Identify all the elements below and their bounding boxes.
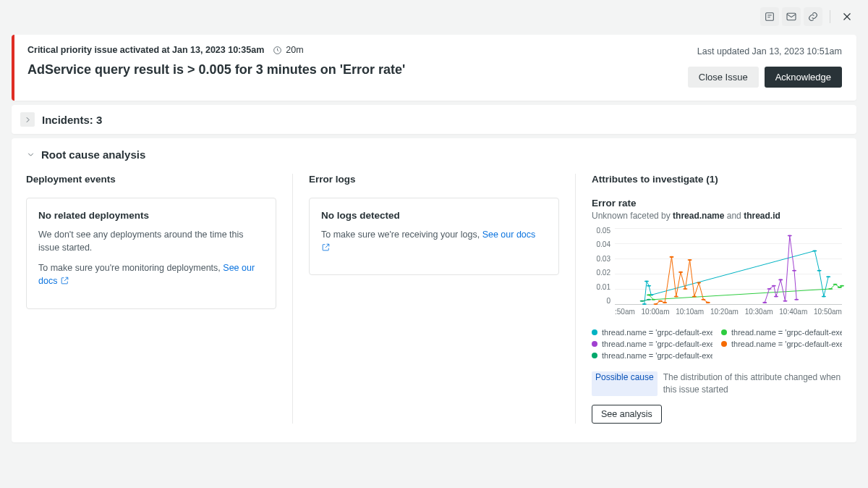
- legend-item[interactable]: thread.name = 'grpc-default-exe…: [721, 328, 842, 337]
- svg-point-11: [647, 294, 651, 295]
- svg-point-9: [822, 295, 826, 297]
- attributes-col: Attributes to investigate (1) Error rate…: [576, 174, 842, 424]
- svg-point-16: [840, 285, 844, 287]
- svg-point-34: [692, 295, 697, 297]
- legend-item[interactable]: thread.name = 'grpc-default-exe…: [592, 328, 712, 337]
- issue-header: Critical priority issue activated at Jan…: [12, 35, 856, 101]
- close-issue-button[interactable]: Close Issue: [688, 67, 759, 88]
- severity-bar: [12, 35, 14, 101]
- svg-point-7: [812, 250, 817, 251]
- svg-point-25: [794, 299, 799, 300]
- svg-point-3: [642, 303, 647, 305]
- svg-point-5: [647, 285, 651, 287]
- possible-cause-chip: Possible cause: [592, 371, 658, 396]
- issue-title: AdService query result is > 0.005 for 3 …: [27, 62, 688, 77]
- error-logs-col: Error logs No logs detected To make sure…: [293, 174, 576, 424]
- no-logs-help: To make sure we're receiving your logs, …: [321, 228, 547, 254]
- svg-point-28: [663, 302, 667, 303]
- toolbar-separator: [830, 10, 830, 23]
- chart-legend: thread.name = 'grpc-default-exe…thread.n…: [592, 328, 842, 360]
- svg-point-33: [687, 259, 692, 261]
- deployment-events-card: No related deployments We don't see any …: [26, 198, 276, 309]
- incidents-section[interactable]: Incidents: 3: [12, 105, 856, 134]
- svg-point-4: [644, 280, 649, 282]
- log-query-icon[interactable]: [760, 7, 779, 26]
- svg-rect-1: [787, 13, 796, 20]
- svg-point-21: [778, 279, 783, 280]
- acknowledge-button[interactable]: Acknowledge: [765, 67, 842, 88]
- mail-icon[interactable]: [782, 7, 801, 26]
- svg-point-39: [647, 299, 651, 300]
- svg-point-8: [817, 270, 821, 272]
- rca-title: Root cause analysis: [41, 148, 145, 161]
- svg-point-27: [658, 300, 663, 302]
- possible-cause: Possible cause The distribution of this …: [592, 371, 842, 396]
- permalink-icon[interactable]: [804, 7, 822, 26]
- svg-point-23: [788, 235, 792, 236]
- clock-icon: [273, 46, 282, 55]
- deployment-events-col: Deployment events No related deployments…: [26, 174, 293, 424]
- possible-cause-text: The distribution of this attribute chang…: [663, 371, 842, 396]
- svg-point-24: [792, 270, 796, 272]
- svg-point-26: [653, 303, 658, 305]
- svg-point-13: [828, 288, 833, 290]
- svg-point-17: [762, 302, 767, 303]
- svg-point-32: [683, 288, 687, 290]
- detail-toolbar: [0, 0, 868, 26]
- activated-text: Critical priority issue activated at Jan…: [27, 45, 264, 55]
- legend-item[interactable]: thread.name = 'grpc-default-exe…: [592, 351, 712, 360]
- svg-point-14: [833, 284, 837, 285]
- svg-point-35: [697, 282, 701, 284]
- duration-chip: 20m: [273, 45, 303, 55]
- svg-point-15: [838, 287, 842, 288]
- no-deployments-title: No related deployments: [38, 210, 264, 221]
- see-analysis-button[interactable]: See analysis: [592, 405, 662, 424]
- legend-item[interactable]: thread.name = 'grpc-default-exe…: [721, 340, 842, 348]
- legend-item[interactable]: thread.name = 'grpc-default-exe…: [592, 340, 712, 348]
- svg-point-31: [678, 272, 683, 273]
- incidents-label: Incidents: 3: [42, 114, 102, 126]
- chart-title: Error rate: [592, 198, 842, 209]
- rca-section: Root cause analysis Deployment events No…: [12, 138, 856, 442]
- close-icon[interactable]: [838, 7, 856, 26]
- chart-subtitle: Unknown faceted by thread.name and threa…: [592, 211, 842, 221]
- svg-rect-0: [766, 13, 774, 21]
- svg-point-38: [640, 300, 644, 302]
- attributes-title: Attributes to investigate (1): [592, 174, 842, 185]
- svg-point-36: [701, 299, 705, 300]
- error-logs-title: Error logs: [309, 174, 559, 185]
- svg-point-20: [774, 295, 778, 297]
- svg-point-30: [674, 295, 678, 297]
- external-link-icon: [60, 276, 69, 285]
- chevron-right-icon[interactable]: [20, 112, 35, 127]
- error-logs-card: No logs detected To make sure we're rece…: [309, 198, 559, 275]
- svg-point-18: [767, 288, 771, 290]
- duration-value: 20m: [286, 45, 303, 55]
- last-updated: Last updated Jan 13, 2023 10:51am: [697, 46, 842, 56]
- error-rate-chart: 0.050.040.030.020.010 :50am10:00am10:10a…: [592, 227, 842, 321]
- deployment-events-title: Deployment events: [26, 174, 276, 185]
- svg-point-10: [826, 276, 830, 277]
- svg-point-29: [669, 256, 673, 258]
- svg-point-37: [706, 302, 710, 303]
- svg-point-12: [651, 299, 655, 300]
- chevron-down-icon[interactable]: [26, 150, 35, 159]
- no-logs-title: No logs detected: [321, 210, 547, 221]
- external-link-icon: [321, 243, 331, 252]
- svg-point-19: [772, 285, 776, 287]
- no-deployments-help: To make sure you're monitoring deploymen…: [38, 261, 264, 287]
- no-deployments-text: We don't see any deployments around the …: [38, 228, 264, 254]
- svg-point-22: [783, 300, 787, 302]
